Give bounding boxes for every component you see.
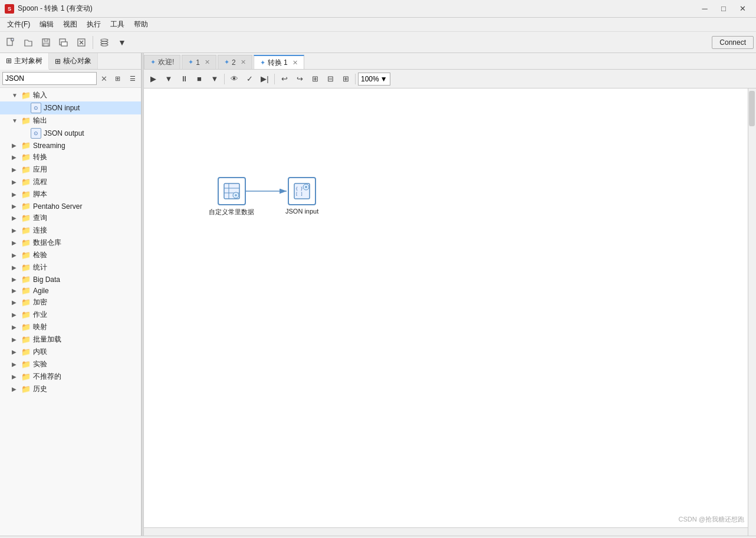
distribute-button[interactable]: ⊟	[323, 72, 337, 86]
tab-core-objects[interactable]: ⊞ 核心对象	[49, 53, 98, 69]
undo-button[interactable]: ↩	[277, 72, 291, 86]
preview-button[interactable]: 👁	[227, 72, 241, 86]
minimize-button[interactable]: ─	[696, 2, 714, 15]
menu-tools[interactable]: 工具	[106, 18, 129, 31]
tree-folder-encrypt[interactable]: ▶ 📁 加密	[0, 296, 141, 309]
node-icon-json-output: ⊙	[31, 128, 41, 139]
tab-1[interactable]: ✦ 1 ✕	[182, 55, 216, 69]
tree-folder-streaming[interactable]: ▶ 📁 Streaming	[0, 140, 141, 151]
menu-edit[interactable]: 编辑	[35, 18, 58, 31]
toolbar-open[interactable]	[20, 34, 37, 51]
tree-folder-experiment[interactable]: ▶ 📁 实验	[0, 358, 141, 370]
close-button[interactable]: ✕	[734, 2, 751, 15]
menu-help[interactable]: 帮助	[129, 18, 153, 31]
tab-2[interactable]: ✦ 2 ✕	[218, 55, 252, 69]
node-box-custom-constant[interactable]	[218, 177, 246, 205]
connect-button[interactable]: Connect	[712, 36, 754, 49]
folder-icon-flow: 📁	[21, 178, 31, 186]
tree-folder-bulkload[interactable]: ▶ 📁 批量加载	[0, 333, 141, 346]
tree-folder-script[interactable]: ▶ 📁 脚本	[0, 188, 141, 201]
canvas-node-custom-constant[interactable]: 自定义常里数据	[209, 177, 254, 216]
tab-welcome-icon: ✦	[150, 58, 156, 66]
tree-folder-transform[interactable]: ▶ 📁 转换	[0, 151, 141, 163]
tab-main-objects-label: 主对象树	[14, 56, 42, 66]
tree-folder-flow[interactable]: ▶ 📁 流程	[0, 176, 141, 188]
tree-label-pentaho: Pentaho Server	[33, 202, 82, 211]
canvas-scroll-v[interactable]	[748, 88, 756, 536]
tree-label-check: 检验	[33, 250, 47, 260]
zoom-value: 100%	[361, 75, 379, 83]
check-button[interactable]: ✓	[242, 72, 257, 86]
tree-node-json-input[interactable]: ▶ ⊙ JSON input	[0, 101, 141, 114]
toolbar-layers-dropdown[interactable]: ▼	[114, 34, 130, 51]
search-input[interactable]	[2, 72, 97, 85]
toolbar-save-as[interactable]	[55, 34, 72, 51]
align-button[interactable]: ⊞	[308, 72, 322, 86]
search-collapse-button[interactable]: ☰	[126, 72, 139, 85]
canvas-scroll-h[interactable]	[144, 527, 748, 536]
tree-folder-connect[interactable]: ▶ 📁 连接	[0, 224, 141, 237]
svg-text:[ ]: [ ]	[295, 192, 303, 196]
toolbar-layers[interactable]	[96, 34, 113, 51]
folder-icon-bigdata: 📁	[21, 275, 31, 284]
search-clear-button[interactable]: ✕	[99, 73, 109, 84]
tree-folder-job[interactable]: ▶ 📁 作业	[0, 309, 141, 321]
tree-folder-query[interactable]: ▶ 📁 查询	[0, 212, 141, 224]
tree-arrow-experiment: ▶	[12, 361, 21, 368]
svg-rect-4	[44, 43, 48, 46]
run-dropdown-button[interactable]: ▼	[162, 72, 176, 86]
menu-file[interactable]: 文件(F)	[2, 18, 35, 31]
stop-dropdown-button[interactable]: ▼	[208, 72, 222, 86]
node-box-json-input[interactable]: { } [ ]	[288, 177, 316, 205]
tree-arrow-deprecated: ▶	[12, 373, 21, 380]
pause-button[interactable]: ⏸	[177, 72, 191, 86]
stop-button[interactable]: ■	[192, 72, 206, 86]
toolbar-save[interactable]	[38, 34, 54, 51]
tree-arrow-bulkload: ▶	[12, 336, 21, 343]
tree-folder-apply[interactable]: ▶ 📁 应用	[0, 163, 141, 176]
tree-folder-inline[interactable]: ▶ 📁 内联	[0, 346, 141, 358]
tree-folder-mapping[interactable]: ▶ 📁 映射	[0, 321, 141, 333]
tree-label-agile: Agile	[33, 287, 49, 295]
run-selected-button[interactable]: ▶|	[258, 72, 272, 86]
tree-group-input[interactable]: ▼ 📁 输入	[0, 89, 141, 101]
maximize-button[interactable]: □	[715, 2, 732, 15]
tree-folder-pentaho[interactable]: ▶ 📁 Pentaho Server	[0, 201, 141, 212]
tree-folder-agile[interactable]: ▶ 📁 Agile	[0, 285, 141, 296]
toolbar-new[interactable]	[2, 34, 19, 51]
run-button[interactable]: ▶	[146, 72, 160, 86]
tree-folder-deprecated[interactable]: ▶ 📁 不推荐的	[0, 370, 141, 383]
menu-execute[interactable]: 执行	[82, 18, 106, 31]
tab-main-objects[interactable]: ⊞ 主对象树	[0, 53, 49, 70]
tree-folder-history[interactable]: ▶ 📁 历史	[0, 383, 141, 395]
tree-folder-check[interactable]: ▶ 📁 检验	[0, 249, 141, 261]
toolbar-close[interactable]	[73, 34, 90, 51]
tree-folder-stats[interactable]: ▶ 📁 统计	[0, 261, 141, 274]
tree-group-output[interactable]: ▼ 📁 输出	[0, 114, 141, 127]
scroll-thumb-v[interactable]	[749, 91, 755, 126]
tab-1-close[interactable]: ✕	[205, 58, 210, 66]
menu-view[interactable]: 视图	[58, 18, 82, 31]
tree-label-query: 查询	[33, 213, 47, 223]
tab-transform1-close[interactable]: ✕	[292, 59, 298, 67]
tab-welcome-label: 欢迎!	[158, 57, 174, 67]
zoom-control[interactable]: 100% ▼	[358, 73, 390, 86]
tab-welcome[interactable]: ✦ 欢迎!	[144, 55, 180, 69]
folder-icon-stats: 📁	[21, 263, 31, 272]
canvas-node-json-input[interactable]: { } [ ] JSON input	[285, 177, 318, 215]
tab-transform1[interactable]: ✦ 转换 1 ✕	[254, 55, 304, 69]
grid-button[interactable]: ⊞	[338, 72, 353, 86]
tree-folder-bigdata[interactable]: ▶ 📁 Big Data	[0, 274, 141, 285]
tree-folder-dw[interactable]: ▶ 📁 数据仓库	[0, 237, 141, 249]
canvas-area[interactable]: 自定义常里数据 { } [ ] JSON input	[144, 88, 756, 536]
svg-rect-3	[44, 39, 48, 41]
tree-arrow-stats: ▶	[12, 264, 21, 271]
redo-button[interactable]: ↪	[292, 72, 307, 86]
search-expand-button[interactable]: ⊞	[111, 72, 124, 85]
tab-2-close[interactable]: ✕	[241, 58, 246, 66]
tree-arrow-check: ▶	[12, 252, 21, 258]
tree-arrow-encrypt: ▶	[12, 299, 21, 306]
tree-node-json-output[interactable]: ▶ ⊙ JSON output	[0, 127, 141, 140]
tree-label-bigdata: Big Data	[33, 275, 60, 284]
menu-bar: 文件(F) 编辑 视图 执行 工具 帮助	[0, 18, 756, 32]
